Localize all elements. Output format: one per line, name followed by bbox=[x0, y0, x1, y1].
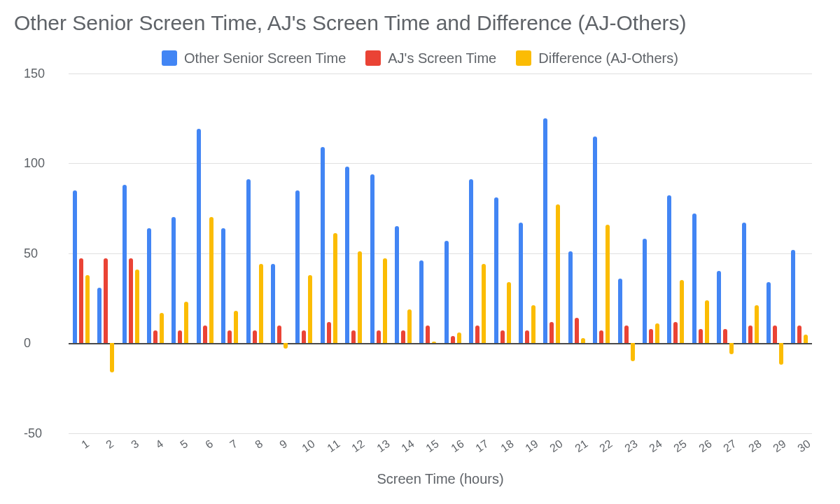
bar bbox=[419, 260, 424, 343]
bar bbox=[308, 275, 312, 344]
bar bbox=[519, 223, 523, 343]
bar bbox=[624, 326, 629, 344]
x-tick-cell: 5 bbox=[168, 433, 192, 471]
bar-group bbox=[614, 74, 638, 434]
bar bbox=[104, 258, 108, 343]
x-tick-label: 28 bbox=[746, 438, 764, 455]
x-tick-cell: 14 bbox=[391, 433, 415, 471]
plot-area bbox=[69, 74, 812, 434]
bar bbox=[655, 323, 659, 343]
x-tick-cell: 29 bbox=[762, 433, 787, 471]
legend-item-aj: AJ's Screen Time bbox=[365, 50, 496, 66]
bar bbox=[631, 343, 635, 361]
bar-group bbox=[762, 74, 787, 434]
x-tick-label: 18 bbox=[498, 438, 516, 455]
x-tick-label: 2 bbox=[104, 438, 116, 451]
bar bbox=[234, 311, 238, 343]
bar bbox=[370, 174, 374, 344]
bar bbox=[475, 326, 479, 344]
bar bbox=[755, 305, 759, 343]
bar bbox=[729, 343, 734, 354]
bar bbox=[377, 330, 381, 343]
bar-group bbox=[242, 74, 267, 434]
x-tick-label: 7 bbox=[227, 438, 240, 451]
bar-group bbox=[638, 74, 663, 434]
bar bbox=[531, 305, 536, 343]
bar bbox=[606, 225, 610, 344]
x-tick-cell: 9 bbox=[267, 433, 291, 471]
bar bbox=[451, 336, 455, 343]
bar bbox=[129, 258, 133, 343]
bar-group bbox=[143, 74, 167, 434]
x-tick-cell: 25 bbox=[664, 433, 688, 471]
legend-swatch-diff bbox=[516, 50, 531, 66]
bar bbox=[197, 129, 201, 343]
bar bbox=[358, 251, 362, 343]
x-tick-label: 20 bbox=[548, 438, 566, 455]
bar-group bbox=[69, 74, 93, 434]
bar bbox=[395, 226, 399, 343]
x-tick-cell: 16 bbox=[440, 433, 465, 471]
x-tick-cell: 2 bbox=[93, 433, 118, 471]
x-tick-cell: 24 bbox=[638, 433, 663, 471]
x-tick-cell: 26 bbox=[688, 433, 713, 471]
x-tick-cell: 23 bbox=[614, 433, 638, 471]
bar bbox=[469, 179, 473, 343]
x-axis-title: Screen Time (hours) bbox=[69, 471, 812, 504]
chart-title: Other Senior Screen Time, AJ's Screen Ti… bbox=[14, 10, 826, 36]
legend-item-other: Other Senior Screen Time bbox=[162, 50, 346, 66]
bars-layer bbox=[69, 74, 812, 434]
x-tick-cell: 27 bbox=[713, 433, 738, 471]
x-axis: 1234567891011121314151617181920212223242… bbox=[69, 433, 812, 471]
bar bbox=[147, 228, 151, 344]
y-tick-label: 150 bbox=[14, 66, 63, 80]
bar bbox=[457, 332, 461, 343]
x-tick-cell: 22 bbox=[589, 433, 614, 471]
bar bbox=[407, 309, 412, 344]
bar bbox=[543, 118, 547, 344]
bar bbox=[110, 343, 114, 372]
x-tick-label: 26 bbox=[696, 438, 714, 455]
bar-group bbox=[490, 74, 514, 434]
bar bbox=[203, 326, 207, 344]
x-tick-label: 1 bbox=[79, 438, 92, 451]
bar bbox=[426, 326, 430, 344]
bar-group bbox=[316, 74, 341, 434]
y-tick-label: 100 bbox=[14, 156, 63, 171]
x-tick-cell: 6 bbox=[192, 433, 217, 471]
bar bbox=[717, 271, 721, 343]
bar bbox=[779, 343, 783, 365]
bar bbox=[227, 330, 232, 343]
x-tick-label: 8 bbox=[253, 438, 265, 451]
bar bbox=[295, 190, 300, 344]
y-tick-label: -50 bbox=[14, 426, 63, 441]
bar bbox=[723, 329, 727, 344]
bar bbox=[284, 343, 288, 349]
bar bbox=[643, 239, 647, 343]
bar bbox=[184, 302, 188, 343]
bar bbox=[748, 326, 752, 344]
x-tick-label: 10 bbox=[300, 438, 318, 455]
plot-wrap: 150100500-50 bbox=[14, 74, 826, 434]
x-tick-label: 11 bbox=[325, 438, 342, 455]
x-tick-cell: 18 bbox=[490, 433, 514, 471]
x-tick-cell: 19 bbox=[514, 433, 539, 471]
x-tick-label: 23 bbox=[622, 438, 640, 455]
chart-container: Other Senior Screen Time, AJ's Screen Ti… bbox=[0, 0, 840, 504]
bar bbox=[575, 318, 579, 343]
y-tick-label: 0 bbox=[14, 336, 63, 351]
x-tick-label: 4 bbox=[153, 438, 166, 451]
bar bbox=[178, 330, 182, 343]
x-tick-label: 15 bbox=[424, 438, 442, 455]
x-tick-cell: 8 bbox=[242, 433, 267, 471]
bar bbox=[482, 264, 486, 343]
bar-group bbox=[440, 74, 465, 434]
bar-group bbox=[192, 74, 217, 434]
bar-group bbox=[93, 74, 118, 434]
bar bbox=[302, 330, 306, 343]
bar-group bbox=[713, 74, 738, 434]
bar-group bbox=[788, 74, 812, 434]
bar bbox=[345, 167, 349, 343]
x-tick-label: 25 bbox=[672, 438, 690, 455]
x-tick-label: 6 bbox=[203, 438, 216, 451]
